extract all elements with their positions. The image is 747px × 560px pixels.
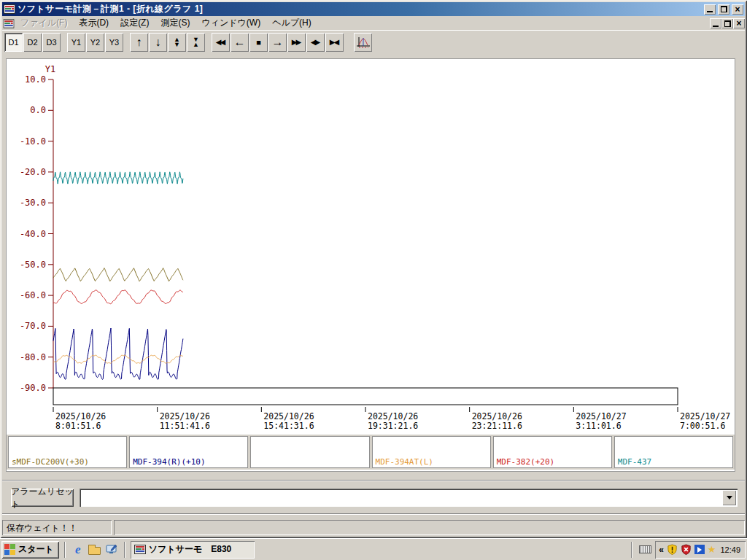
alarm-bar: アラームリセット <box>2 480 745 515</box>
menu-measure[interactable]: 測定(S) <box>155 16 196 31</box>
mdi-restore-button[interactable] <box>721 18 733 28</box>
scroll-up-icon: ↑ <box>136 36 142 48</box>
window-title: ソフトサーモ計測－計測1 - [折れ線グラフ 1] <box>18 3 702 15</box>
chevron-collapse-icon[interactable]: « <box>659 545 664 555</box>
expand-vertical-icon: ▲▼ <box>174 37 180 47</box>
step-forward-button[interactable]: → <box>268 33 287 52</box>
fast-rewind-button[interactable]: ◀◀ <box>212 33 230 52</box>
scroll-down-button[interactable]: ↓ <box>149 33 167 52</box>
button-d2[interactable]: D2 <box>23 33 42 52</box>
minimize-icon <box>707 11 713 12</box>
line-graph-document: Y110.00.0-10.0-20.0-30.0-40.0-50.0-60.0-… <box>6 58 735 472</box>
compress-horizontal-icon: ▶◀ <box>331 38 338 47</box>
step-forward-icon: → <box>272 36 284 48</box>
graph-settings-icon <box>356 36 371 49</box>
x-tick-time: 8:01:51.6 <box>55 421 101 431</box>
start-button[interactable]: スタート <box>1 541 59 559</box>
tray-panel: « ★ 12:49 <box>655 541 746 559</box>
fast-forward-icon: ▶▶ <box>293 38 300 47</box>
menu-settings[interactable]: 設定(Z) <box>115 16 155 31</box>
button-d3[interactable]: D3 <box>42 33 61 52</box>
legend-cell-ch5: MDF-382(+20) CH5 [℃] -59.7 <box>493 436 612 468</box>
show-desktop-icon[interactable] <box>104 542 119 558</box>
series-ch1-line <box>53 268 183 281</box>
x-tick-time: 15:41:31.6 <box>263 421 314 431</box>
taskbar-task-button[interactable]: ソフトサーモ E830 <box>131 541 255 559</box>
button-y1[interactable]: Y1 <box>67 33 85 52</box>
statusbar: 保存ウェイト！！ <box>2 518 745 536</box>
compress-vertical-icon: ▼▲ <box>193 37 199 47</box>
channel-name <box>254 457 365 467</box>
series-ch2-line <box>53 328 183 379</box>
security-alert-icon[interactable] <box>681 544 692 555</box>
legend-cell-ch2: MDF-394(R)(+10) CH2 [℃] -72.4 <box>129 436 248 468</box>
system-tray: « ★ 12:49 <box>628 541 746 559</box>
restore-icon <box>721 6 727 12</box>
graph-settings-button[interactable] <box>354 33 372 52</box>
security-warning-icon[interactable] <box>667 544 678 555</box>
legend-cell-ch6: MDF-437 CH6 [℃] -21.0 <box>614 436 733 468</box>
step-back-button[interactable]: ← <box>231 33 249 52</box>
document-icon[interactable] <box>3 18 14 28</box>
x-tick-time: 19:31:21.6 <box>368 421 418 431</box>
x-tick-date: 2025/10/26 <box>55 411 106 421</box>
restore-icon <box>724 20 731 27</box>
internet-explorer-icon[interactable]: e <box>71 542 85 558</box>
button-y2[interactable]: Y2 <box>86 33 104 52</box>
taskbar-clock: 12:49 <box>719 545 740 554</box>
status-message: 保存ウェイト！！ <box>2 520 112 535</box>
app-icon[interactable] <box>4 4 15 15</box>
minimize-button[interactable] <box>704 4 716 15</box>
menu-view[interactable]: 表示(D) <box>73 16 115 31</box>
compress-vertical-button[interactable]: ▼▲ <box>187 33 205 52</box>
menu-help[interactable]: ヘルプ(H) <box>266 16 317 31</box>
alarm-combobox-field[interactable] <box>82 491 721 505</box>
expand-vertical-button[interactable]: ▲▼ <box>168 33 186 52</box>
minimize-icon <box>713 26 719 27</box>
divider <box>631 542 632 558</box>
combobox-dropdown-button[interactable] <box>722 490 736 505</box>
button-y3[interactable]: Y3 <box>105 33 123 52</box>
x-tick-date: 2025/10/27 <box>680 411 730 421</box>
folder-icon[interactable] <box>88 542 102 558</box>
x-tick-time: 3:11:01.6 <box>576 421 621 431</box>
scroll-up-button[interactable]: ↑ <box>130 33 148 52</box>
alarm-combobox[interactable] <box>80 489 738 507</box>
mdi-minimize-button[interactable] <box>710 18 721 28</box>
divider <box>64 542 66 558</box>
star-icon[interactable]: ★ <box>708 545 716 554</box>
y-tick-label: -70.0 <box>20 321 46 331</box>
series-ch6-line <box>53 172 183 184</box>
y-tick-label: -10.0 <box>20 136 46 147</box>
menubar: ファイル(F) 表示(D) 設定(Z) 測定(S) ウィンドウ(W) ヘルプ(H… <box>2 17 745 30</box>
menu-window[interactable]: ウィンドウ(W) <box>196 16 266 31</box>
x-tick-time: 23:21:11.6 <box>472 421 522 431</box>
y-tick-label: -90.0 <box>20 383 46 393</box>
legend-cell-ch3: CH3 [℃] ----- <box>250 436 369 468</box>
expand-horizontal-button[interactable]: ◀▶ <box>306 33 325 52</box>
restore-button[interactable] <box>718 4 729 15</box>
compress-horizontal-button[interactable]: ▶◀ <box>325 33 344 52</box>
channel-name: sMDF-DC200V(+30) <box>12 457 123 467</box>
y-tick-label: 0.0 <box>30 105 46 115</box>
channel-name: MDF-437 <box>618 457 729 467</box>
titlebar: ソフトサーモ計測－計測1 - [折れ線グラフ 1] × <box>2 2 745 16</box>
button-d1[interactable]: D1 <box>4 33 23 52</box>
toolbar: D1 D2 D3 Y1 Y2 Y3 ↑ ↓ ▲▼ ▼▲ ◀◀ ← ■ → ▶▶ … <box>2 30 745 54</box>
x-tick-date: 2025/10/26 <box>368 411 418 421</box>
y-tick-label: -40.0 <box>20 229 46 239</box>
close-button[interactable]: × <box>732 4 743 15</box>
status-extra <box>114 520 745 535</box>
menu-file[interactable]: ファイル(F) <box>15 16 73 31</box>
fast-forward-button[interactable]: ▶▶ <box>287 33 306 52</box>
keyboard-icon[interactable] <box>639 545 651 553</box>
chevron-down-icon <box>727 496 732 499</box>
legend-cell-ch4: MDF-394AT(L) CH4 [℃] -79.3 <box>372 436 491 468</box>
media-player-icon[interactable] <box>694 545 705 554</box>
alarm-reset-button[interactable]: アラームリセット <box>11 489 74 507</box>
mdi-close-button[interactable]: × <box>733 18 745 28</box>
task-button-label: ソフトサーモ E830 <box>149 543 231 556</box>
stop-button[interactable]: ■ <box>249 33 268 52</box>
line-chart: Y110.00.0-10.0-20.0-30.0-40.0-50.0-60.0-… <box>7 59 735 433</box>
x-tick-date: 2025/10/26 <box>263 411 314 421</box>
